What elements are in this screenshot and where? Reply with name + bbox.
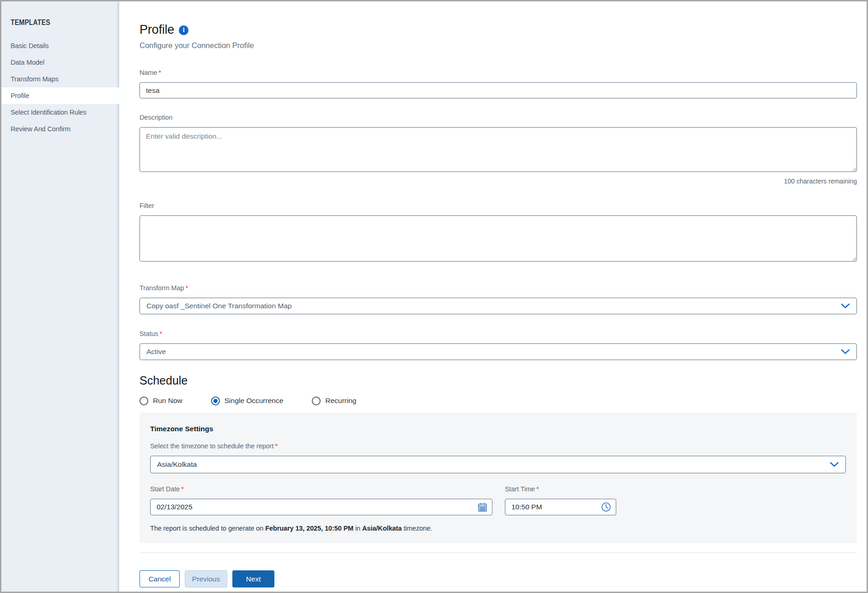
timezone-select[interactable]: Asia/Kolkata: [150, 456, 846, 473]
status-select[interactable]: Active: [140, 343, 857, 360]
page-subtitle: Configure your Connection Profile: [140, 41, 857, 50]
calendar-icon[interactable]: [478, 502, 487, 512]
sidebar-item-transform-maps[interactable]: Transform Maps: [1, 71, 119, 87]
timezone-selected-value: Asia/Kolkata: [157, 460, 197, 469]
transform-map-selected-value: Copy oasf _Sentinel One Transformation M…: [146, 302, 291, 310]
footer-buttons: Cancel Previous Next: [140, 570, 857, 587]
sidebar-item-data-model[interactable]: Data Model: [1, 54, 119, 71]
radio-recurring[interactable]: Recurring: [312, 397, 356, 405]
radio-circle-icon: [211, 397, 220, 405]
characters-remaining-counter: 100 characters remaining: [140, 177, 857, 185]
required-asterisk: *: [275, 442, 278, 450]
filter-textarea[interactable]: [140, 215, 857, 262]
description-field-group: Description 100 characters remaining: [140, 114, 857, 185]
profile-wizard-page: TEMPLATES Basic Details Data Model Trans…: [0, 0, 868, 593]
start-date-input[interactable]: [157, 503, 478, 511]
timezone-label: Select the timezone to schedule the repo…: [150, 442, 846, 450]
filter-label: Filter: [140, 202, 857, 210]
radio-circle-icon: [312, 397, 321, 405]
page-title-row: Profile i: [140, 23, 857, 37]
name-input[interactable]: [140, 82, 857, 98]
cancel-button[interactable]: Cancel: [140, 570, 180, 587]
sidebar-item-review-and-confirm[interactable]: Review And Confirm: [1, 121, 119, 137]
description-label: Description: [140, 114, 857, 122]
timezone-settings-panel: Timezone Settings Select the timezone to…: [140, 413, 857, 543]
radio-circle-icon: [140, 397, 148, 405]
chevron-down-icon: [841, 303, 850, 309]
filter-field-group: Filter: [140, 202, 857, 263]
sidebar-title: TEMPLATES: [11, 18, 106, 27]
start-time-label: Start Time*: [505, 485, 616, 493]
transform-map-field-group: Transform Map* Copy oasf _Sentinel One T…: [140, 284, 857, 314]
sidebar-item-basic-details[interactable]: Basic Details: [1, 37, 119, 54]
status-field-group: Status* Active: [140, 330, 857, 360]
schedule-note: The report is scheduled to generate on F…: [150, 525, 846, 533]
description-textarea[interactable]: [140, 127, 857, 172]
status-label: Status*: [140, 330, 857, 338]
required-asterisk: *: [536, 485, 539, 493]
previous-button[interactable]: Previous: [185, 570, 227, 587]
schedule-heading: Schedule: [140, 374, 857, 387]
note-timezone: Asia/Kolkata: [362, 525, 402, 532]
start-date-field-group: Start Date*: [150, 485, 492, 515]
required-asterisk: *: [185, 284, 188, 292]
name-field-group: Name*: [140, 69, 857, 98]
note-datetime: February 13, 2025, 10:50 PM: [265, 525, 353, 532]
schedule-type-radio-group: Run Now Single Occurrence Recurring: [140, 396, 857, 405]
sidebar-item-select-identification-rules[interactable]: Select Identification Rules: [1, 104, 119, 121]
start-date-input-wrapper: [150, 499, 492, 515]
chevron-down-icon: [830, 462, 839, 467]
name-label: Name*: [140, 69, 857, 77]
required-asterisk: *: [160, 330, 163, 337]
chevron-down-icon: [841, 349, 850, 355]
required-asterisk: *: [181, 485, 184, 493]
templates-sidebar: TEMPLATES Basic Details Data Model Trans…: [1, 1, 119, 592]
main-content: Profile i Configure your Connection Prof…: [119, 1, 867, 592]
start-time-input-wrapper: [505, 499, 616, 515]
date-time-row: Start Date*: [150, 485, 846, 515]
start-date-label: Start Date*: [150, 485, 492, 493]
timezone-settings-heading: Timezone Settings: [150, 425, 846, 433]
transform-map-label: Transform Map*: [140, 284, 857, 292]
transform-map-select[interactable]: Copy oasf _Sentinel One Transformation M…: [140, 298, 857, 314]
info-icon[interactable]: i: [179, 25, 188, 35]
radio-single-occurrence[interactable]: Single Occurrence: [211, 397, 284, 405]
sidebar-item-profile[interactable]: Profile: [1, 87, 122, 104]
page-title: Profile: [140, 23, 174, 37]
footer-divider: [140, 552, 857, 553]
next-button[interactable]: Next: [232, 570, 274, 587]
radio-run-now[interactable]: Run Now: [140, 397, 182, 405]
start-time-input[interactable]: [511, 503, 601, 511]
status-selected-value: Active: [146, 348, 166, 356]
clock-icon[interactable]: [601, 502, 611, 512]
start-time-field-group: Start Time*: [505, 485, 616, 515]
required-asterisk: *: [158, 69, 161, 76]
